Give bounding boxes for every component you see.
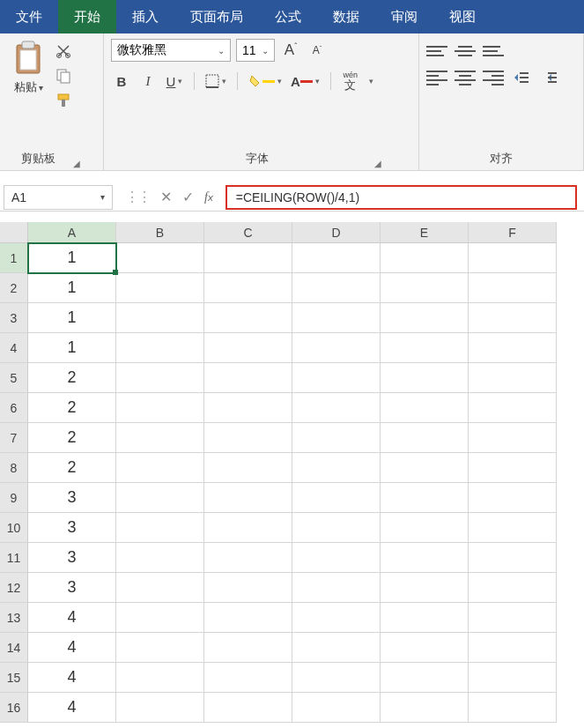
- row-header-11[interactable]: 11: [0, 543, 28, 573]
- tab-data[interactable]: 数据: [317, 0, 375, 33]
- row-header-16[interactable]: 16: [0, 693, 28, 723]
- cancel-icon[interactable]: ✕: [160, 189, 172, 205]
- cell-C4[interactable]: [204, 333, 292, 363]
- row-header-15[interactable]: 15: [0, 663, 28, 693]
- row-header-4[interactable]: 4: [0, 333, 28, 363]
- font-name-select[interactable]: 微软雅黑⌄: [111, 39, 231, 62]
- select-all-corner[interactable]: [0, 222, 28, 243]
- cell-D6[interactable]: [292, 393, 381, 423]
- cell-F4[interactable]: [469, 333, 557, 363]
- cell-E1[interactable]: [381, 243, 469, 273]
- cell-A6[interactable]: 2: [28, 393, 116, 423]
- confirm-icon[interactable]: ✓: [182, 189, 194, 205]
- row-header-7[interactable]: 7: [0, 423, 28, 453]
- cell-B3[interactable]: [116, 303, 204, 333]
- cell-C8[interactable]: [204, 453, 292, 483]
- align-bottom-button[interactable]: [483, 42, 504, 60]
- cell-B13[interactable]: [116, 603, 204, 633]
- cell-B16[interactable]: [116, 693, 204, 723]
- cell-B7[interactable]: [116, 423, 204, 453]
- cell-B8[interactable]: [116, 453, 204, 483]
- cell-D1[interactable]: [292, 243, 381, 273]
- cell-F3[interactable]: [469, 303, 557, 333]
- border-button[interactable]: ▾: [203, 71, 228, 92]
- cell-D2[interactable]: [292, 273, 381, 303]
- cell-B2[interactable]: [116, 273, 204, 303]
- row-header-6[interactable]: 6: [0, 393, 28, 423]
- cell-A5[interactable]: 2: [28, 363, 116, 393]
- formula-input[interactable]: =CEILING(ROW()/4,1): [225, 185, 577, 210]
- cell-F1[interactable]: [469, 243, 557, 273]
- cut-icon[interactable]: [55, 42, 72, 60]
- cell-A15[interactable]: 4: [28, 663, 116, 693]
- column-header-B[interactable]: B: [116, 222, 204, 243]
- cell-F16[interactable]: [469, 693, 557, 723]
- cell-A11[interactable]: 3: [28, 543, 116, 573]
- cell-F8[interactable]: [469, 453, 557, 483]
- column-header-F[interactable]: F: [469, 222, 557, 243]
- cell-C12[interactable]: [204, 573, 292, 603]
- tab-home[interactable]: 开始: [58, 0, 116, 33]
- column-header-A[interactable]: A: [28, 222, 116, 243]
- cell-E4[interactable]: [381, 333, 469, 363]
- cell-C10[interactable]: [204, 513, 292, 543]
- cell-A13[interactable]: 4: [28, 603, 116, 633]
- cell-A3[interactable]: 1: [28, 303, 116, 333]
- align-top-button[interactable]: [426, 42, 447, 60]
- cell-B4[interactable]: [116, 333, 204, 363]
- dialog-launcher-icon[interactable]: ◢: [73, 159, 80, 168]
- cell-A4[interactable]: 1: [28, 333, 116, 363]
- cell-C3[interactable]: [204, 303, 292, 333]
- cell-E15[interactable]: [381, 663, 469, 693]
- cell-B6[interactable]: [116, 393, 204, 423]
- cell-A10[interactable]: 3: [28, 513, 116, 543]
- column-header-C[interactable]: C: [204, 222, 292, 243]
- cell-A12[interactable]: 3: [28, 573, 116, 603]
- cell-E10[interactable]: [381, 513, 469, 543]
- cell-E2[interactable]: [381, 273, 469, 303]
- cell-F11[interactable]: [469, 543, 557, 573]
- cell-C7[interactable]: [204, 423, 292, 453]
- cell-F14[interactable]: [469, 633, 557, 663]
- row-header-1[interactable]: 1: [0, 243, 28, 273]
- cell-C5[interactable]: [204, 363, 292, 393]
- column-header-D[interactable]: D: [292, 222, 381, 243]
- underline-button[interactable]: U▾: [164, 71, 185, 92]
- cell-D15[interactable]: [292, 663, 381, 693]
- cell-D4[interactable]: [292, 333, 381, 363]
- cell-E3[interactable]: [381, 303, 469, 333]
- decrease-font-button[interactable]: Aˇ: [307, 40, 328, 61]
- row-header-8[interactable]: 8: [0, 453, 28, 483]
- align-right-button[interactable]: [483, 69, 504, 86]
- cell-D16[interactable]: [292, 693, 381, 723]
- cell-F12[interactable]: [469, 573, 557, 603]
- cell-A1[interactable]: 1: [28, 243, 116, 273]
- row-header-13[interactable]: 13: [0, 603, 28, 633]
- cell-E5[interactable]: [381, 363, 469, 393]
- cell-A2[interactable]: 1: [28, 273, 116, 303]
- cell-D5[interactable]: [292, 363, 381, 393]
- row-header-2[interactable]: 2: [0, 273, 28, 303]
- row-header-10[interactable]: 10: [0, 513, 28, 543]
- tab-review[interactable]: 审阅: [375, 0, 433, 33]
- indent-decrease-button[interactable]: [511, 69, 532, 86]
- cell-D13[interactable]: [292, 603, 381, 633]
- cell-B14[interactable]: [116, 633, 204, 663]
- cell-F13[interactable]: [469, 603, 557, 633]
- column-header-E[interactable]: E: [381, 222, 469, 243]
- tab-file[interactable]: 文件: [0, 0, 58, 33]
- cell-A14[interactable]: 4: [28, 633, 116, 663]
- cell-C16[interactable]: [204, 693, 292, 723]
- cell-E13[interactable]: [381, 603, 469, 633]
- cell-B15[interactable]: [116, 663, 204, 693]
- cell-B5[interactable]: [116, 363, 204, 393]
- cell-A7[interactable]: 2: [28, 423, 116, 453]
- cell-A9[interactable]: 3: [28, 483, 116, 513]
- cell-F7[interactable]: [469, 423, 557, 453]
- row-header-3[interactable]: 3: [0, 303, 28, 333]
- row-header-9[interactable]: 9: [0, 483, 28, 513]
- row-header-14[interactable]: 14: [0, 633, 28, 663]
- cell-D7[interactable]: [292, 423, 381, 453]
- cell-C14[interactable]: [204, 633, 292, 663]
- cell-E16[interactable]: [381, 693, 469, 723]
